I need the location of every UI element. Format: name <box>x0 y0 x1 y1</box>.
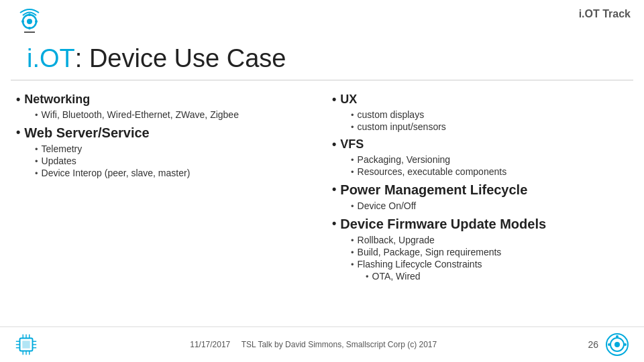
svg-point-1 <box>27 19 32 24</box>
svg-point-5 <box>28 27 31 29</box>
power-management-subbullets: Device On/Off <box>332 200 628 211</box>
footer-chip-icon <box>13 332 39 357</box>
header <box>0 0 644 39</box>
logo-container <box>13 7 46 39</box>
footer-copyright: TSL Talk by David Simmons, Smallscript C… <box>241 340 437 349</box>
power-management-header: Power Management Lifecycle <box>332 182 628 198</box>
webserver-section: Web Server/Service Telemetry Updates Dev… <box>16 125 312 178</box>
right-column: UX custom displays custom input/sensors … <box>332 90 628 355</box>
webserver-subbullets: Telemetry Updates Device Interop (peer, … <box>16 143 312 178</box>
ux-subbullets: custom displays custom input/sensors <box>332 109 628 132</box>
track-label: i.OT Track <box>579 8 631 20</box>
footer-right-logo-icon <box>604 331 631 358</box>
iot-logo-icon <box>13 7 46 39</box>
vfs-subbullets: Packaging, Versioning Resources, executa… <box>332 154 628 177</box>
networking-subbullets: Wifi, Bluetooth, Wired-Ethernet, ZWave, … <box>16 109 312 120</box>
list-item: Rollback, Upgrade <box>351 235 628 245</box>
list-item: Resources, executable components <box>351 166 628 177</box>
power-management-section: Power Management Lifecycle Device On/Off <box>332 182 628 211</box>
list-item: Device Interop (peer, slave, master) <box>35 168 312 178</box>
svg-point-25 <box>624 343 627 346</box>
list-item: Build, Package, Sign requirements <box>351 247 628 257</box>
webserver-header: Web Server/Service <box>16 125 312 141</box>
vfs-section: VFS Packaging, Versioning Resources, exe… <box>332 137 628 177</box>
firmware-subbullets: Rollback, Upgrade Build, Package, Sign r… <box>332 235 628 282</box>
svg-rect-8 <box>22 341 30 348</box>
svg-point-3 <box>35 20 38 23</box>
svg-point-23 <box>614 342 620 347</box>
svg-point-4 <box>28 13 31 16</box>
ux-section: UX custom displays custom input/sensors <box>332 93 628 132</box>
list-item: Flashing Lifecycle Constraints <box>351 259 628 269</box>
list-item: Device On/Off <box>351 200 628 211</box>
list-item: Packaging, Versioning <box>351 154 628 165</box>
networking-section: Networking Wifi, Bluetooth, Wired-Ethern… <box>16 93 312 120</box>
ux-header: UX <box>332 93 628 107</box>
list-item: OTA, Wired <box>366 271 628 282</box>
list-item: custom input/sensors <box>351 121 628 132</box>
footer-page-number: 26 <box>588 339 598 350</box>
firmware-header: Device Firmware Update Models <box>332 217 628 232</box>
firmware-sub-subbullets: OTA, Wired <box>351 271 628 282</box>
list-item: Telemetry <box>35 143 312 154</box>
footer: 11/17/2017 TSL Talk by David Simmons, Sm… <box>0 326 644 362</box>
list-item: Updates <box>35 156 312 166</box>
footer-date: 11/17/2017 <box>190 340 230 349</box>
svg-point-24 <box>608 343 610 346</box>
left-column: Networking Wifi, Bluetooth, Wired-Ethern… <box>16 90 312 355</box>
footer-center: 11/17/2017 TSL Talk by David Simmons, Sm… <box>190 340 437 349</box>
main-content: Networking Wifi, Bluetooth, Wired-Ethern… <box>0 80 644 355</box>
firmware-section: Device Firmware Update Models Rollback, … <box>332 217 628 282</box>
title-suffix: : Device Use Case <box>75 44 286 72</box>
list-item: custom displays <box>351 109 628 120</box>
page-title: i.OT: Device Use Case <box>11 39 633 80</box>
svg-point-26 <box>616 335 619 338</box>
networking-header: Networking <box>16 93 312 107</box>
list-item: Wifi, Bluetooth, Wired-Ethernet, ZWave, … <box>35 109 312 120</box>
svg-point-2 <box>21 20 24 23</box>
title-accent: i.OT <box>27 44 75 72</box>
vfs-header: VFS <box>332 137 628 152</box>
